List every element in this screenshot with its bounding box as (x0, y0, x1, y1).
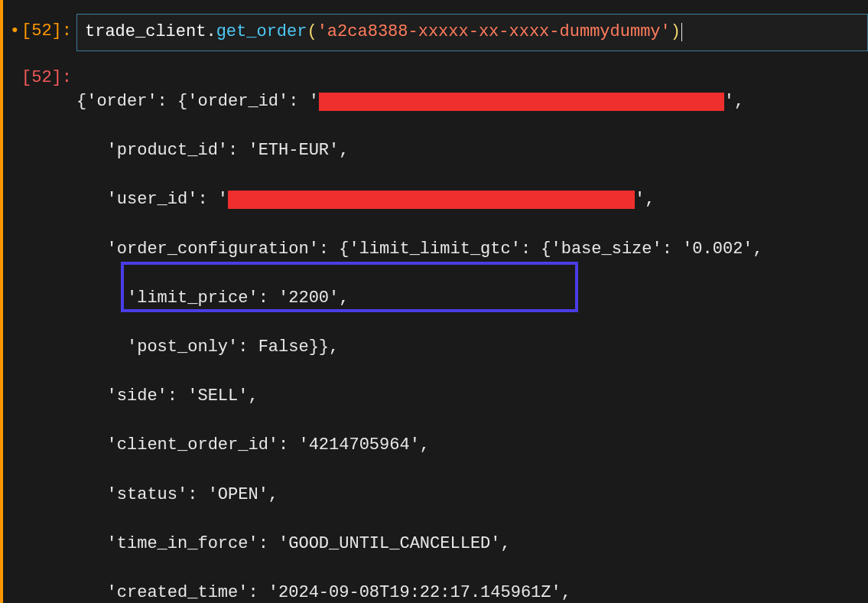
output-line: 'client_order_id': '4214705964', (76, 433, 868, 458)
output-line: 'order_configuration': {'limit_limit_gtc… (76, 237, 868, 262)
code-paren-close: ) (671, 22, 681, 41)
code-identifier: trade_client (85, 22, 206, 41)
modified-dot-icon: • (10, 21, 20, 41)
input-prompt-label: [52]: (21, 21, 72, 41)
output-line: 'limit_price': '2200', (76, 286, 868, 311)
code-input[interactable]: trade_client.get_order('a2ca8388-xxxxx-x… (76, 14, 868, 51)
output-line: 'product_id': 'ETH-EUR', (76, 139, 868, 163)
code-paren-open: ( (307, 22, 317, 41)
output-prompt-label: [52]: (21, 68, 72, 87)
input-prompt: •[52]: (0, 14, 76, 41)
output-line: 'status': 'OPEN', (76, 483, 868, 507)
redaction-block (319, 93, 724, 111)
output-text-fragment: ', (635, 190, 655, 209)
output-line: 'time_in_force': 'GOOD_UNTIL_CANCELLED', (76, 532, 868, 556)
output-line: 'created_time': '2024-09-08T19:22:17.145… (76, 581, 868, 603)
input-row: •[52]: trade_client.get_order('a2ca8388-… (0, 14, 868, 60)
notebook-cell: •[52]: trade_client.get_order('a2ca8388-… (0, 0, 868, 603)
output-row: [52]: {'order': {'order_id': '', 'produc… (0, 60, 868, 603)
code-string-arg: 'a2ca8388-xxxxx-xx-xxxx-dummydummy' (317, 22, 671, 41)
output-line: 'side': 'SELL', (76, 384, 868, 409)
output-line: 'user_id': '', (76, 187, 868, 212)
output-prompt: [52]: (0, 60, 76, 87)
text-cursor (681, 23, 682, 41)
output-text-fragment: {'order': {'order_id': ' (76, 92, 319, 111)
output-line: {'order': {'order_id': '', (76, 90, 868, 114)
output-text-fragment: 'user_id': ' (76, 190, 228, 209)
output-line: 'post_only': False}}, (76, 335, 868, 360)
output-text-fragment: ', (724, 92, 744, 111)
code-dot: . (206, 22, 216, 41)
redaction-block (228, 191, 635, 209)
output-text: {'order': {'order_id': '', 'product_id':… (76, 60, 868, 603)
code-method: get_order (216, 22, 307, 41)
